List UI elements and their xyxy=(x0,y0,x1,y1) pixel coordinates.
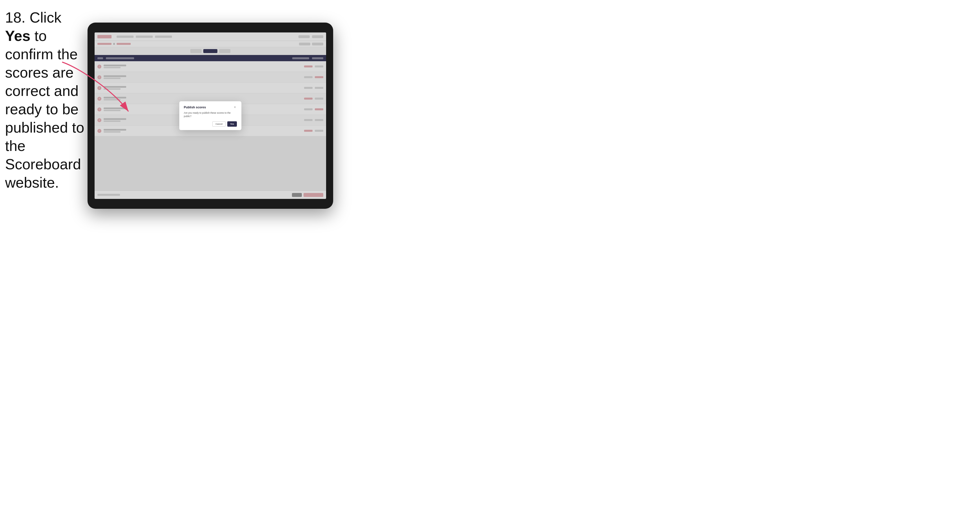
publish-scores-dialog: Publish scores × Are you ready to publis… xyxy=(179,101,242,130)
dialog-header: Publish scores × xyxy=(184,105,237,109)
instruction-text: 18. Click Yes to confirm the scores are … xyxy=(5,8,87,192)
instruction-bold-word: Yes xyxy=(5,28,30,44)
cancel-button[interactable]: Cancel xyxy=(212,121,226,127)
step-number: 18. xyxy=(5,9,25,26)
dialog-overlay: Publish scores × Are you ready to publis… xyxy=(95,32,326,199)
instruction-text-part2: to confirm the scores are correct and re… xyxy=(5,28,84,191)
instruction-text-part1: Click xyxy=(25,9,61,26)
tablet-device: 1 2 xyxy=(88,22,333,209)
dialog-title: Publish scores xyxy=(184,105,206,109)
dialog-body-text: Are you ready to publish these scores to… xyxy=(184,111,237,118)
dialog-close-button[interactable]: × xyxy=(233,105,237,109)
yes-button[interactable]: Yes xyxy=(227,121,237,127)
dialog-footer: Cancel Yes xyxy=(184,121,237,127)
tablet-screen: 1 2 xyxy=(95,32,326,199)
